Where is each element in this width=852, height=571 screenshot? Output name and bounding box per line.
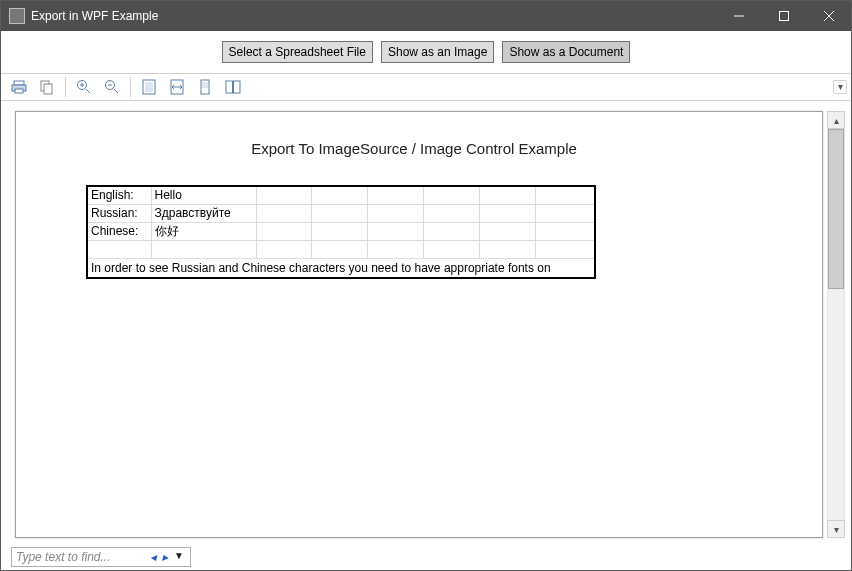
note-text: In order to see Russian and Chinese char… [87,258,595,278]
titlebar: Export in WPF Example [1,1,851,31]
svg-rect-3 [15,89,23,93]
app-window: Export in WPF Example Select a Spreadshe… [0,0,852,571]
fit-width-icon [169,79,185,95]
svg-rect-1 [14,81,24,85]
print-button[interactable] [7,76,31,98]
copy-button[interactable] [35,76,59,98]
toolbar-overflow-button[interactable]: ▾ [833,80,847,94]
close-button[interactable] [806,1,851,31]
two-page-icon [225,79,241,95]
table-row [87,240,595,258]
separator [65,77,66,97]
copy-icon [39,79,55,95]
document-viewer: Export To ImageSource / Image Control Ex… [1,101,851,544]
single-page-button[interactable] [193,76,217,98]
document-title: Export To ImageSource / Image Control Ex… [26,140,802,157]
close-icon [824,11,834,21]
document-toolbar: ▾ [1,73,851,101]
minimize-icon [734,11,744,21]
find-prev-button[interactable]: ◂ [148,550,158,564]
find-placeholder: Type text to find... [16,550,111,564]
select-file-button[interactable]: Select a Spreadsheet File [222,41,373,63]
cell-text: Hello [151,186,256,204]
separator [130,77,131,97]
table-row: Russian: Здравствуйте [87,204,595,222]
fit-width-button[interactable] [165,76,189,98]
svg-rect-13 [234,81,241,93]
single-page-icon [197,79,213,95]
cell-lang: Chinese: [87,222,151,240]
table-note-row: In order to see Russian and Chinese char… [87,258,595,278]
fit-page-button[interactable] [137,76,161,98]
window-title: Export in WPF Example [31,9,158,23]
chevron-down-icon: ▾ [834,524,839,535]
svg-rect-9 [145,82,153,92]
maximize-button[interactable] [761,1,806,31]
page-icon [141,79,157,95]
chevron-up-icon: ▴ [834,115,839,126]
table-row: English: Hello [87,186,595,204]
spreadsheet-table: English: Hello Russian: Здравствуйте Chi… [86,185,596,279]
zoom-in-button[interactable] [72,76,96,98]
printer-icon [11,79,27,95]
find-options-button[interactable]: ▼ [172,550,186,564]
cell-text: 你好 [151,222,256,240]
svg-rect-12 [226,81,233,93]
cell-text: Здравствуйте [151,204,256,222]
show-document-button[interactable]: Show as a Document [502,41,630,63]
scroll-thumb[interactable] [828,129,844,289]
app-icon [9,8,25,24]
find-bar: Type text to find... ◂ ▸ ▼ [1,544,851,570]
cell-lang: Russian: [87,204,151,222]
zoom-out-icon [104,79,120,95]
zoom-out-button[interactable] [100,76,124,98]
two-page-button[interactable] [221,76,245,98]
zoom-in-icon [76,79,92,95]
scroll-track[interactable] [827,129,845,520]
svg-rect-5 [44,84,52,94]
scroll-up-button[interactable]: ▴ [827,111,845,129]
cell-lang: English: [87,186,151,204]
action-bar: Select a Spreadsheet File Show as an Ima… [1,31,851,73]
svg-rect-0 [779,12,788,21]
vertical-scrollbar[interactable]: ▴ ▾ [827,111,845,538]
maximize-icon [779,11,789,21]
find-input[interactable]: Type text to find... ◂ ▸ ▼ [11,547,191,567]
minimize-button[interactable] [716,1,761,31]
show-image-button[interactable]: Show as an Image [381,41,494,63]
table-row: Chinese: 你好 [87,222,595,240]
find-next-button[interactable]: ▸ [160,550,170,564]
document-page[interactable]: Export To ImageSource / Image Control Ex… [15,111,823,538]
scroll-down-button[interactable]: ▾ [827,520,845,538]
